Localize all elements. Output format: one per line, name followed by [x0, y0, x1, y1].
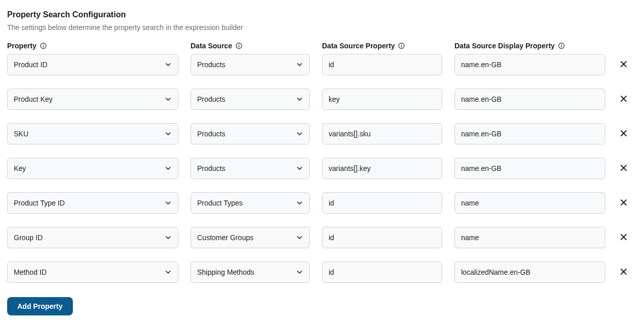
- info-icon[interactable]: [235, 42, 243, 49]
- chevron-down-icon: [295, 164, 304, 173]
- datasource-property-input[interactable]: [322, 261, 442, 283]
- chevron-down-icon: [164, 233, 173, 242]
- table-header-row: Property Data Source Data Source Propert…: [7, 42, 637, 50]
- table-row: SKUProducts: [7, 123, 637, 144]
- datasource-select-value: Product Types: [197, 199, 295, 207]
- datasource-property-input[interactable]: [322, 227, 442, 248]
- config-table: Property Data Source Data Source Propert…: [7, 42, 637, 296]
- page-title: Property Search Configuration: [7, 10, 637, 19]
- datasource-property-input[interactable]: [322, 192, 442, 214]
- header-property: Property: [7, 42, 178, 50]
- chevron-down-icon: [164, 268, 173, 277]
- close-icon: [620, 129, 628, 139]
- datasource-display-property-input[interactable]: [454, 158, 605, 179]
- header-dsdisp-label: Data Source Display Property: [454, 42, 555, 50]
- chevron-down-icon: [295, 233, 304, 242]
- close-icon: [620, 95, 628, 104]
- svg-point-5: [238, 44, 239, 45]
- close-icon: [620, 233, 628, 243]
- close-icon: [620, 164, 628, 173]
- datasource-display-property-input[interactable]: [454, 89, 605, 110]
- info-icon[interactable]: [558, 42, 565, 49]
- property-select-value: Product ID: [14, 61, 164, 69]
- datasource-select[interactable]: Products: [191, 123, 310, 144]
- datasource-property-input[interactable]: [322, 123, 442, 144]
- page-description: The settings below determine the propert…: [7, 23, 637, 32]
- chevron-down-icon: [295, 198, 304, 208]
- datasource-select-value: Shipping Methods: [197, 268, 295, 276]
- header-dsprop-label: Data Source Property: [322, 42, 395, 50]
- close-icon: [620, 60, 628, 70]
- svg-point-8: [401, 44, 401, 45]
- info-icon[interactable]: [40, 42, 47, 49]
- close-icon: [620, 198, 628, 208]
- property-select-value: Key: [14, 164, 164, 172]
- remove-row-button[interactable]: [618, 266, 630, 278]
- datasource-display-property-input[interactable]: [454, 261, 605, 283]
- chevron-down-icon: [295, 95, 304, 104]
- datasource-property-input[interactable]: [322, 158, 442, 179]
- datasource-select[interactable]: Products: [191, 54, 310, 75]
- property-select-value: Product Key: [14, 95, 164, 103]
- datasource-property-input[interactable]: [322, 89, 442, 110]
- remove-row-button[interactable]: [618, 59, 630, 71]
- chevron-down-icon: [164, 60, 173, 69]
- datasource-select[interactable]: Products: [191, 89, 310, 110]
- remove-row-button[interactable]: [618, 162, 630, 174]
- table-row: Method IDShipping Methods: [7, 261, 637, 283]
- header-datasource: Data Source: [191, 42, 310, 50]
- datasource-display-property-input[interactable]: [454, 123, 605, 144]
- datasource-select[interactable]: Product Types: [191, 192, 310, 214]
- remove-row-button[interactable]: [618, 197, 630, 209]
- add-property-button[interactable]: Add Property: [7, 297, 73, 315]
- datasource-display-property-input[interactable]: [454, 192, 605, 214]
- info-icon[interactable]: [398, 42, 405, 49]
- datasource-select-value: Products: [197, 61, 295, 69]
- datasource-select-value: Products: [197, 130, 295, 138]
- datasource-select[interactable]: Shipping Methods: [191, 261, 310, 283]
- close-icon: [620, 268, 628, 277]
- datasource-select[interactable]: Customer Groups: [191, 227, 310, 248]
- rows-container: Product IDProductsProduct KeyProductsSKU…: [7, 54, 637, 296]
- datasource-select-value: Products: [197, 95, 295, 103]
- property-select[interactable]: Product Type ID: [7, 192, 178, 214]
- property-select-value: SKU: [14, 130, 164, 138]
- remove-row-button[interactable]: [618, 93, 630, 105]
- svg-point-2: [43, 44, 43, 45]
- table-row: Product IDProducts: [7, 54, 637, 75]
- property-select[interactable]: Group ID: [7, 227, 178, 248]
- property-select[interactable]: Product ID: [7, 54, 178, 75]
- chevron-down-icon: [295, 268, 304, 277]
- remove-row-button[interactable]: [618, 231, 630, 244]
- svg-point-11: [561, 44, 561, 45]
- datasource-display-property-input[interactable]: [454, 54, 605, 75]
- datasource-property-input[interactable]: [322, 54, 442, 75]
- table-row: Product KeyProducts: [7, 89, 637, 110]
- datasource-display-property-input[interactable]: [454, 227, 605, 248]
- table-row: KeyProducts: [7, 158, 637, 179]
- remove-row-button[interactable]: [618, 128, 630, 140]
- table-row: Product Type IDProduct Types: [7, 192, 637, 214]
- chevron-down-icon: [164, 198, 173, 208]
- header-dsprop: Data Source Property: [322, 42, 442, 50]
- property-select-value: Method ID: [14, 268, 164, 276]
- table-row: Group IDCustomer Groups: [7, 227, 637, 248]
- property-select-value: Group ID: [14, 234, 164, 242]
- header-datasource-label: Data Source: [191, 42, 232, 50]
- datasource-select-value: Customer Groups: [197, 234, 295, 242]
- chevron-down-icon: [295, 60, 304, 69]
- chevron-down-icon: [164, 95, 173, 104]
- chevron-down-icon: [164, 129, 173, 138]
- datasource-select-value: Products: [197, 164, 295, 172]
- header-property-label: Property: [7, 42, 37, 50]
- property-select-value: Product Type ID: [14, 199, 164, 207]
- datasource-select[interactable]: Products: [191, 158, 310, 179]
- chevron-down-icon: [295, 129, 304, 138]
- property-select[interactable]: Key: [7, 158, 178, 179]
- property-select[interactable]: Product Key: [7, 89, 178, 110]
- property-select[interactable]: Method ID: [7, 261, 178, 283]
- chevron-down-icon: [164, 164, 173, 173]
- property-select[interactable]: SKU: [7, 123, 178, 144]
- header-dsdisp: Data Source Display Property: [454, 42, 605, 50]
